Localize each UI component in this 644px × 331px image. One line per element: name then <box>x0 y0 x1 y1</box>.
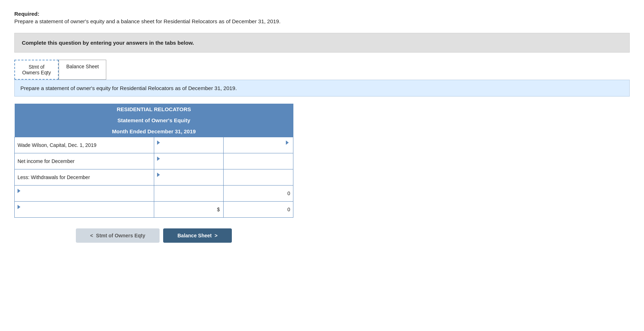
row2-right-input[interactable] <box>226 158 290 164</box>
row4-mid-input[interactable] <box>157 191 221 196</box>
row1-right-input[interactable] <box>226 145 290 151</box>
tab-stmt-owners-eqty[interactable]: Stmt ofOwners Eqty <box>14 60 59 80</box>
row3-right-cell[interactable] <box>224 169 293 186</box>
row4-right-cell: 0 <box>224 186 293 202</box>
row2-right-cell[interactable] <box>224 153 293 169</box>
row1-label: Wade Wilson, Capital, Dec. 1, 2019 <box>15 137 154 153</box>
row5-label-arrow <box>18 205 20 209</box>
tab-instruction-text: Prepare a statement of owner's equity fo… <box>20 85 237 91</box>
required-title: Required: <box>14 11 630 17</box>
table-header-row-3: Month Ended December 31, 2019 <box>15 126 293 137</box>
row2-mid-arrow <box>157 157 160 161</box>
required-section: Required: Prepare a statement of owner's… <box>14 11 630 24</box>
next-label: Balance Sheet <box>177 233 212 238</box>
table-row: 0 <box>15 186 293 202</box>
instructions-box: Complete this question by entering your … <box>14 33 630 53</box>
row4-label[interactable] <box>15 186 154 202</box>
row4-label-arrow <box>18 189 20 193</box>
table-row: Net income for December <box>15 153 293 169</box>
table-header-row-2: Statement of Owner's Equity <box>15 115 293 126</box>
row1-right-cell[interactable] <box>224 137 293 153</box>
row2-label: Net income for December <box>15 153 154 169</box>
owners-equity-table: RESIDENTIAL RELOCATORS Statement of Owne… <box>14 104 293 218</box>
next-icon: > <box>215 233 218 238</box>
row5-label[interactable] <box>15 202 154 218</box>
row4-label-input[interactable] <box>18 193 151 199</box>
tab-instruction-area: Prepare a statement of owner's equity fo… <box>14 80 630 97</box>
table-row: Less: Withdrawals for December <box>15 169 293 186</box>
row1-mid-arrow <box>157 140 160 145</box>
table-title-2: Statement of Owner's Equity <box>15 115 293 126</box>
row5-dollar-sign: $ <box>217 207 220 212</box>
table-row: Wade Wilson, Capital, Dec. 1, 2019 <box>15 137 293 153</box>
table-row: $ 0 <box>15 202 293 218</box>
required-description: Prepare a statement of owner's equity an… <box>14 18 630 24</box>
row3-right-input[interactable] <box>226 174 290 180</box>
prev-icon: < <box>90 233 93 238</box>
nav-buttons: < Stmt of Owners Eqty Balance Sheet > <box>14 228 293 243</box>
tab-balance-sheet[interactable]: Balance Sheet <box>59 60 106 80</box>
prev-label: Stmt of Owners Eqty <box>96 233 145 238</box>
table-title-1: RESIDENTIAL RELOCATORS <box>15 104 293 115</box>
table-title-3: Month Ended December 31, 2019 <box>15 126 293 137</box>
row3-mid-arrow <box>157 173 160 177</box>
row3-mid-input[interactable] <box>157 177 221 183</box>
row2-mid-cell[interactable] <box>154 153 224 169</box>
row4-mid-cell[interactable] <box>154 186 224 202</box>
row4-right-value: 0 <box>287 191 290 196</box>
instructions-text: Complete this question by entering your … <box>22 40 194 46</box>
row1-mid-cell[interactable] <box>154 137 224 153</box>
row3-label: Less: Withdrawals for December <box>15 169 154 186</box>
row1-right-arrow <box>286 140 289 145</box>
row3-mid-cell[interactable] <box>154 169 224 186</box>
statement-table-wrapper: RESIDENTIAL RELOCATORS Statement of Owne… <box>14 104 293 218</box>
tabs-row: Stmt ofOwners Eqty Balance Sheet <box>14 60 630 80</box>
row5-mid-cell: $ <box>154 202 224 218</box>
row1-mid-input[interactable] <box>157 145 221 151</box>
table-header-row-1: RESIDENTIAL RELOCATORS <box>15 104 293 115</box>
row5-label-input[interactable] <box>18 209 151 215</box>
row5-right-value: 0 <box>287 207 290 212</box>
row5-right-cell: 0 <box>224 202 293 218</box>
prev-button[interactable]: < Stmt of Owners Eqty <box>76 228 160 243</box>
row2-mid-input[interactable] <box>157 161 221 167</box>
next-button[interactable]: Balance Sheet > <box>163 228 232 243</box>
